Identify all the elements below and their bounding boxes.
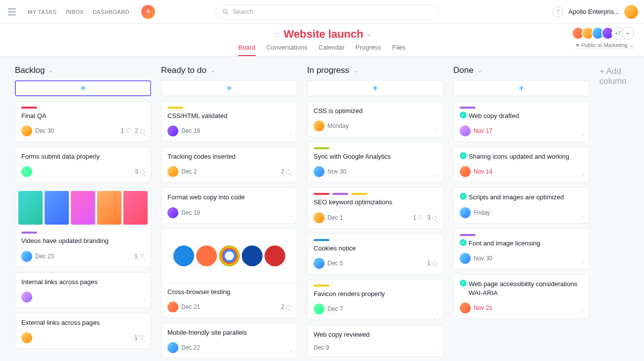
assignee-avatar[interactable] (21, 125, 32, 136)
card-menu-icon[interactable]: ⌄ (289, 172, 293, 177)
card-menu-icon[interactable]: ⌄ (289, 307, 293, 312)
card-menu-icon[interactable]: ⌄ (435, 263, 439, 269)
card-menu-icon[interactable]: ⌄ (143, 131, 147, 136)
card[interactable]: Videos have updated brandingDec 231♡⌄ (15, 187, 151, 267)
card[interactable]: Final QADec 301♡2◌⌄ (15, 101, 151, 142)
card[interactable]: CSS/HTML validatedDec 19⌄ (161, 101, 297, 142)
card[interactable]: Mobile-friendly site parallelsDec 22⌄ (161, 323, 297, 359)
assignee-avatar[interactable] (21, 166, 32, 177)
due-date: Dec 2 (181, 168, 197, 175)
card[interactable]: SEO keyword optimizationsDec 11♡3◌⌄ (307, 187, 443, 228)
assignee-avatar[interactable] (167, 342, 178, 353)
card-menu-icon[interactable]: ⌄ (289, 131, 293, 136)
global-add-button[interactable]: + (141, 5, 155, 19)
assignee-avatar[interactable] (460, 253, 471, 264)
add-column-button[interactable]: + Add column (599, 65, 629, 354)
column-menu-icon[interactable]: ⌄ (353, 67, 358, 74)
card-menu-icon[interactable]: ⌄ (435, 309, 439, 314)
assignee-avatar[interactable] (460, 302, 471, 313)
card-title: Cookies notice (314, 244, 437, 253)
card[interactable]: Favicon renders properlyDec 7⌄ (307, 279, 443, 320)
card-menu-icon[interactable]: ⌄ (435, 172, 439, 177)
card[interactable]: ✓Web copy draftedNov 17⌄ (453, 101, 590, 142)
card-menu-icon[interactable]: ⌄ (143, 297, 147, 302)
card[interactable]: Cross-browser testingDec 212◌⌄ (161, 229, 297, 318)
assignee-avatar[interactable] (314, 212, 324, 223)
tab-files[interactable]: Files (392, 44, 406, 56)
column-title[interactable]: Ready to do (161, 65, 207, 75)
assignee-avatar[interactable] (21, 292, 32, 302)
column-title[interactable]: Backlog (15, 65, 45, 75)
card-menu-icon[interactable]: ⌄ (581, 131, 585, 136)
card[interactable]: Internal links across pages⌄ (15, 272, 151, 308)
card[interactable]: Cookies noticeDec 51◌⌄ (307, 234, 443, 274)
nav-my-tasks[interactable]: MY TASKS (28, 9, 56, 15)
assignee-avatar[interactable] (460, 125, 471, 136)
assignee-avatar[interactable] (167, 301, 178, 312)
card[interactable]: CSS is optimizedMonday⌄ (307, 101, 443, 137)
assignee-avatar[interactable] (314, 120, 324, 131)
due-date: Dec 21 (181, 303, 200, 310)
user-avatar[interactable] (624, 5, 638, 19)
project-title[interactable]: Website launch (284, 28, 364, 41)
nav-inbox[interactable]: INBOX (65, 9, 84, 15)
card[interactable]: Tracking codes insertedDec 22◌⌄ (161, 147, 297, 182)
project-dropdown-icon[interactable]: ⌄ (366, 31, 371, 38)
column-menu-icon[interactable]: ⌄ (49, 67, 53, 74)
card[interactable]: ✓Web page accessibility considerations W… (453, 274, 590, 319)
card[interactable]: Forms submit data properly3◌⌄ (15, 147, 151, 182)
add-card-button[interactable]: + (307, 80, 443, 96)
privacy-toggle[interactable]: ⚭ Public to Marketing ⌄ (575, 42, 634, 49)
card-menu-icon[interactable]: ⌄ (143, 172, 147, 177)
assignee-avatar[interactable] (21, 332, 32, 343)
column-title[interactable]: In progress (307, 65, 349, 75)
workspace-switcher[interactable]: Apollo Enterpris... (568, 8, 619, 15)
assignee-avatar[interactable] (314, 166, 324, 177)
assignee-avatar[interactable] (167, 125, 178, 136)
card-menu-icon[interactable]: ⌄ (435, 346, 439, 351)
card-menu-icon[interactable]: ⌄ (581, 213, 585, 218)
column-menu-icon[interactable]: ⌄ (478, 67, 482, 74)
menu-icon[interactable] (6, 6, 18, 18)
help-icon[interactable]: ? (552, 6, 563, 17)
tab-board[interactable]: Board (238, 44, 256, 56)
likes-count[interactable]: 1♡ (413, 214, 424, 221)
likes-count[interactable]: 1♡ (121, 127, 131, 134)
card[interactable]: Format web copy into codeDec 19⌄ (161, 187, 297, 223)
add-member-button[interactable]: + (621, 27, 634, 40)
add-card-button[interactable]: + (15, 80, 151, 96)
card[interactable]: Web copy reviewedDec 9⌄ (307, 325, 443, 357)
assignee-avatar[interactable] (314, 303, 324, 314)
assignee-avatar[interactable] (167, 207, 178, 218)
card-menu-icon[interactable]: ⌄ (289, 213, 293, 218)
assignee-avatar[interactable] (21, 251, 32, 262)
card-menu-icon[interactable]: ⌄ (581, 172, 585, 177)
card-menu-icon[interactable]: ⌄ (435, 126, 439, 131)
column-title[interactable]: Done (453, 65, 474, 75)
card-menu-icon[interactable]: ⌄ (435, 218, 439, 223)
card-menu-icon[interactable]: ⌄ (581, 308, 585, 313)
card-menu-icon[interactable]: ⌄ (581, 258, 585, 264)
tab-calendar[interactable]: Calendar (319, 44, 345, 56)
card[interactable]: ✓Scripts and images are optimizedFriday⌄ (453, 187, 590, 223)
card-menu-icon[interactable]: ⌄ (143, 256, 147, 262)
assignee-avatar[interactable] (460, 207, 471, 218)
card-menu-icon[interactable]: ⌄ (143, 338, 147, 343)
card[interactable]: ✓Sharing icons updated and workingNov 14… (453, 147, 590, 182)
card[interactable]: Sync with Google AnalyticsNov 30⌄ (307, 142, 443, 182)
card[interactable]: External links across pages1♡⌄ (15, 313, 151, 349)
nav-dashboard[interactable]: DASHBOARD (93, 9, 129, 15)
column-menu-icon[interactable]: ⌄ (211, 67, 215, 74)
assignee-avatar[interactable] (314, 258, 324, 269)
card-footer: Dec 231♡ (21, 251, 145, 262)
add-card-button[interactable]: + (453, 80, 590, 96)
assignee-avatar[interactable] (460, 166, 471, 177)
tab-progress[interactable]: Progress (356, 44, 381, 56)
tab-conversations[interactable]: Conversations (267, 44, 308, 56)
card-menu-icon[interactable]: ⌄ (289, 348, 293, 353)
card[interactable]: ✓Font and image licensingNov 30⌄ (453, 229, 590, 269)
search-input[interactable]: Search (215, 4, 438, 19)
star-icon[interactable]: ☆ (273, 29, 281, 40)
assignee-avatar[interactable] (167, 166, 178, 177)
add-card-button[interactable]: + (161, 80, 297, 96)
